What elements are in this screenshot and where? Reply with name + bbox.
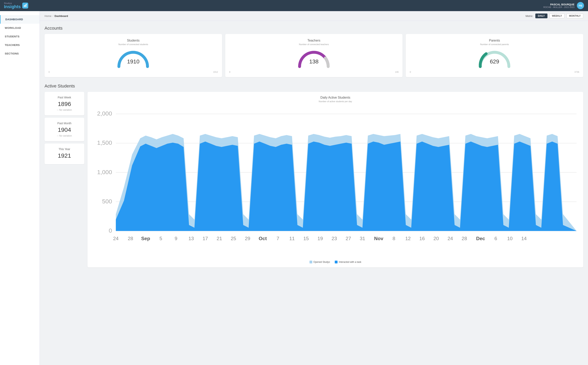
svg-text:0: 0: [109, 227, 112, 234]
past-week-value: 1896: [48, 101, 81, 107]
sidebar: DASHBOARD WORKLOAD STUDENTS TEACHERS SEC…: [0, 11, 40, 365]
legend-interacted-task: Interacted with a task: [335, 261, 361, 263]
metric-area: Metric: DAILY WEEKLY MONTHLY: [525, 14, 583, 18]
past-week-card: Past Week 1896 -- No variation: [44, 92, 84, 115]
legend-opened-label: Opened Studyo: [314, 261, 330, 263]
metric-weekly-button[interactable]: WEEKLY: [549, 14, 565, 18]
svg-text:29: 29: [245, 236, 250, 241]
sidebar-item-dashboard[interactable]: DASHBOARD: [0, 15, 40, 24]
students-card-subtitle: Number of connected students: [48, 43, 219, 46]
this-year-value: 1921: [48, 152, 81, 159]
svg-text:11: 11: [289, 236, 294, 241]
parents-gauge-labels: 0 3736: [409, 71, 580, 73]
breadcrumb-home[interactable]: Home: [44, 14, 51, 17]
parents-card: Parents Number of connected parents 629 …: [406, 34, 583, 77]
user-area: PASCAL BOURQUE ROCHE - MULLER - 2022-202…: [543, 2, 584, 9]
svg-text:24: 24: [113, 236, 119, 241]
svg-text:Nov: Nov: [374, 236, 384, 241]
chart-legend: Opened Studyo Interacted with a task: [91, 261, 579, 263]
svg-text:19: 19: [317, 236, 323, 241]
active-students-grid: Past Week 1896 -- No variation Past Mont…: [44, 92, 583, 267]
chart-card: Daily Active Students Number of active s…: [87, 92, 583, 267]
parents-gauge: 629: [477, 49, 512, 69]
svg-text:21: 21: [217, 236, 222, 241]
past-month-variation: -- No variation: [48, 134, 81, 137]
teachers-card: Teachers Number of connected teachers 13…: [225, 34, 403, 77]
svg-text:8: 8: [392, 236, 395, 241]
teachers-min: 0: [229, 71, 230, 73]
teachers-card-subtitle: Number of connected teachers: [228, 43, 399, 46]
svg-text:27: 27: [346, 236, 351, 241]
svg-text:20: 20: [434, 236, 439, 241]
sidebar-item-sections[interactable]: SECTIONS: [0, 49, 40, 58]
past-month-value: 1904: [48, 126, 81, 133]
parents-gauge-value: 629: [490, 58, 499, 65]
past-month-card: Past Month 1904 -- No variation: [44, 118, 84, 141]
past-week-label: Past Week: [48, 96, 81, 99]
legend-interacted-label: Interacted with a task: [339, 261, 361, 263]
sidebar-item-teachers[interactable]: TEACHERS: [0, 41, 40, 49]
logo-insights-text: Insights: [4, 4, 21, 9]
legend-opened-dot: [309, 261, 312, 263]
user-name: PASCAL BOURQUE: [543, 3, 574, 6]
svg-text:17: 17: [203, 236, 208, 241]
students-max: 1912: [213, 71, 218, 73]
students-gauge-labels: 0 1912: [48, 71, 219, 73]
students-gauge-value: 1910: [127, 58, 139, 65]
metric-daily-button[interactable]: DAILY: [535, 14, 547, 18]
breadcrumb-sep: /: [53, 14, 54, 17]
svg-text:5: 5: [159, 236, 162, 241]
accounts-grid: Students Number of connected students 19…: [44, 34, 583, 77]
svg-text:16: 16: [420, 236, 425, 241]
content: Accounts Students Number of connected st…: [40, 21, 588, 272]
svg-text:12: 12: [405, 236, 411, 241]
svg-point-3: [26, 4, 27, 5]
svg-text:Oct: Oct: [259, 236, 267, 241]
parents-max: 3736: [574, 71, 579, 73]
breadcrumb: Home / Dashboard: [44, 14, 68, 17]
user-sub: ROCHE - MULLER - 2022-2023: [543, 6, 574, 8]
sidebar-item-workload[interactable]: WORKLOAD: [0, 24, 40, 32]
svg-text:500: 500: [102, 198, 112, 204]
svg-text:14: 14: [521, 236, 527, 241]
svg-text:7: 7: [277, 236, 279, 241]
teachers-gauge-labels: 0 146: [228, 71, 399, 73]
logo-icon: [22, 3, 28, 8]
sidebar-item-students[interactable]: STUDENTS: [0, 32, 40, 41]
active-students-section-title: Active Students: [44, 84, 583, 89]
svg-text:1,000: 1,000: [97, 169, 112, 175]
students-card-title: Students: [48, 39, 219, 42]
stats-cards: Past Week 1896 -- No variation Past Mont…: [44, 92, 84, 267]
svg-text:1,500: 1,500: [97, 139, 112, 146]
legend-opened-studyo: Opened Studyo: [309, 261, 330, 263]
svg-text:6: 6: [494, 236, 497, 241]
students-gauge: 1910: [115, 49, 151, 69]
students-card: Students Number of connected students 19…: [44, 34, 222, 77]
svg-text:28: 28: [128, 236, 133, 241]
teachers-card-title: Teachers: [228, 39, 399, 42]
parents-min: 0: [410, 71, 411, 73]
chart-subtitle: Number of active students per day: [91, 100, 579, 103]
this-year-card: This Year 1921: [44, 144, 84, 164]
accounts-section-title: Accounts: [44, 26, 583, 31]
svg-text:10: 10: [507, 236, 512, 241]
chart-title: Daily Active Students: [91, 96, 579, 99]
svg-text:31: 31: [360, 236, 365, 241]
chart-wrapper: 2,000 1,500 1,000 500 0: [91, 106, 579, 258]
metric-monthly-button[interactable]: MONTHLY: [567, 14, 583, 18]
svg-text:13: 13: [189, 236, 194, 241]
avatar: PB: [577, 2, 584, 9]
main-content: Home / Dashboard Metric: DAILY WEEKLY MO…: [40, 11, 588, 365]
legend-interacted-dot: [335, 261, 337, 263]
parents-card-subtitle: Number of connected parents: [409, 43, 580, 46]
svg-text:Sep: Sep: [141, 236, 150, 241]
logo-area: Studyo Insights: [4, 2, 28, 9]
breadcrumb-bar: Home / Dashboard Metric: DAILY WEEKLY MO…: [40, 11, 588, 21]
svg-text:23: 23: [332, 236, 337, 241]
metric-label: Metric:: [525, 14, 533, 17]
svg-text:28: 28: [462, 236, 467, 241]
header: Studyo Insights PASCAL BOURQUE ROCHE - M…: [0, 0, 588, 11]
svg-text:2,000: 2,000: [97, 110, 112, 117]
svg-marker-15: [116, 141, 577, 231]
students-min: 0: [49, 71, 50, 73]
